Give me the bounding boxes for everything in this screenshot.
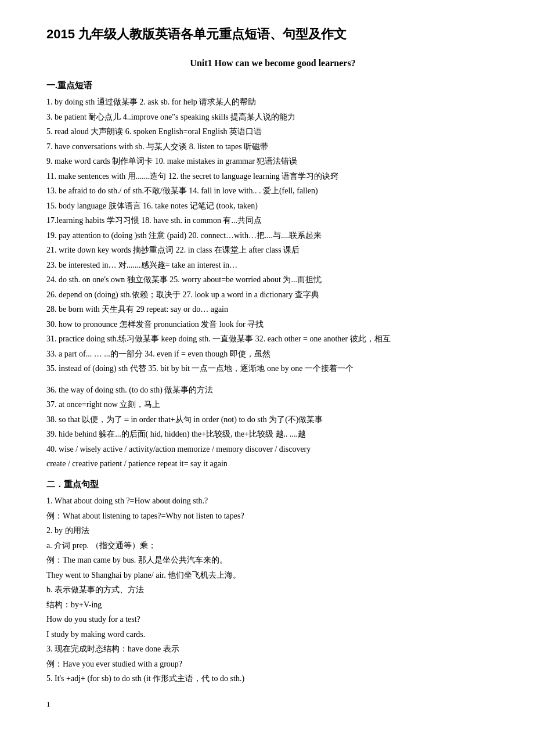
sentence-item: 1. What about doing sth ?=How about doin… <box>46 494 499 509</box>
phrase-item: 9. make word cards 制作单词卡 10. make mistak… <box>46 154 499 169</box>
sentence-item: a. 介词 prep. （指交通等）乘； <box>46 539 499 553</box>
sentence-item: They went to Shanghai by plane/ air. 他们坐… <box>46 568 499 583</box>
phrase-item: 37. at once=right now 立刻，马上 <box>46 398 499 412</box>
phrase-item: 5. read aloud 大声朗读 6. spoken English=ora… <box>46 125 499 139</box>
phrases2-block: 36. the way of doing sth. (to do sth) 做某… <box>46 383 499 471</box>
phrase-item: 30. how to pronounce 怎样发音 pronunciation … <box>46 318 499 332</box>
phrase-item: 40. wise / wisely active / activity/acti… <box>46 442 499 457</box>
phrase-item: 23. be interested in… 对.......感兴趣= take … <box>46 258 499 273</box>
sentence-item: b. 表示做某事的方式、方法 <box>46 583 499 597</box>
phrase-item: 17.learning habits 学习习惯 18. have sth. in… <box>46 214 499 228</box>
sentence-item: 结构：by+V-ing <box>46 598 499 613</box>
phrase-item: create / creative patient / patience rep… <box>46 457 499 471</box>
unit-title: Unit1 How can we become good learners? <box>46 55 499 71</box>
phrase-item: 3. be patient 耐心点儿 4..improve one″s spea… <box>46 110 499 125</box>
phrase-item: 1. by doing sth 通过做某事 2. ask sb. for hel… <box>46 95 499 110</box>
phrase-item: 28. be born with 天生具有 29 repeat: say or … <box>46 303 499 317</box>
phrase-item: 38. so that 以便，为了＝in order that+从句 in or… <box>46 413 499 427</box>
phrase-item: 24. do sth. on one's own 独立做某事 25. worry… <box>46 273 499 287</box>
sentence-item: I study by making word cards. <box>46 628 499 642</box>
phrase-item: 15. body language 肢体语言 16. take notes 记笔… <box>46 199 499 214</box>
phrase-item: 11. make sentences with 用.......造句 12. t… <box>46 170 499 184</box>
section2-header: 二．重点句型 <box>46 477 499 492</box>
phrases-block: 1. by doing sth 通过做某事 2. ask sb. for hel… <box>46 95 499 376</box>
phrase-item: 21. write down key words 摘抄重点词 22. in cl… <box>46 243 499 258</box>
phrase-item: 7. have conversations with sb. 与某人交谈 8. … <box>46 140 499 154</box>
phrase-item: 33. a part of... … ...的一部分 34. even if =… <box>46 347 499 362</box>
phrase-item: 19. pay attention to (doing )sth 注意 (pai… <box>46 229 499 243</box>
sentence-item: 例：The man came by bus. 那人是坐公共汽车来的。 <box>46 553 499 568</box>
sentence-item: How do you study for a test? <box>46 613 499 627</box>
phrase-item: 13. be afraid to do sth./ of sth.不敢/做某事 … <box>46 184 499 199</box>
phrase-item: 36. the way of doing sth. (to do sth) 做某… <box>46 383 499 398</box>
sentence-item: 2. by 的用法 <box>46 524 499 538</box>
sentences-block: 1. What about doing sth ?=How about doin… <box>46 494 499 686</box>
section1-header: 一.重点短语 <box>46 78 499 93</box>
page-number: 1 <box>46 698 499 711</box>
sentence-item: 5. It's +adj+ (for sb) to do sth (it 作形式… <box>46 672 499 686</box>
sentence-item: 例：Have you ever studied with a group? <box>46 657 499 672</box>
sentence-item: 3. 现在完成时态结构：have done 表示 <box>46 642 499 657</box>
sentence-item: 例：What about listening to tapes?=Why not… <box>46 509 499 524</box>
phrase-item: 39. hide behind 躲在...的后面( hid, hidden) t… <box>46 427 499 442</box>
main-title: 2015 九年级人教版英语各单元重点短语、句型及作文 <box>46 23 499 45</box>
phrase-item: 35. instead of (doing) sth 代替 35. bit by… <box>46 362 499 376</box>
phrase-item: 26. depend on (doing) sth.依赖；取决于 27. loo… <box>46 288 499 303</box>
phrase-item: 31. practice doing sth.练习做某事 keep doing … <box>46 332 499 347</box>
